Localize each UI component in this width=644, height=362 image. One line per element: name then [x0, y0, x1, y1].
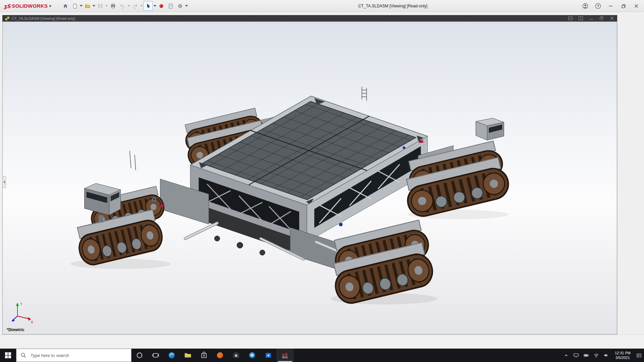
minimize-window-button[interactable] — [604, 0, 617, 12]
document-titlebar[interactable]: CT_TA.SLDASM [Viewing] [Read-only] — [2, 15, 617, 21]
task-pane-strip — [617, 12, 644, 335]
model-scene[interactable] — [3, 22, 617, 334]
save-button[interactable] — [96, 1, 105, 10]
account-button[interactable] — [579, 0, 592, 12]
blue-globe-app-icon — [248, 351, 256, 359]
battery-tray-button[interactable] — [581, 349, 591, 362]
taskbar-app-solidworks-active[interactable]: ʒS 2021 — [276, 349, 294, 362]
solidworks-brand: ʒS SOLIDWORKS — [0, 3, 52, 9]
taskbar-clock[interactable]: 12:31 PM 3/5/2021 — [611, 349, 634, 362]
save-dropdown[interactable] — [105, 1, 108, 10]
select-cursor-icon — [146, 3, 151, 9]
restore-window-button[interactable] — [617, 0, 630, 12]
restore-icon — [621, 4, 626, 8]
brand-expand-arrow-icon[interactable] — [49, 4, 52, 8]
taskbar-app-store[interactable] — [196, 349, 212, 362]
new-document-icon — [72, 3, 77, 9]
volume-tray-button[interactable] — [601, 349, 611, 362]
file-properties-button[interactable] — [166, 1, 175, 10]
account-icon — [582, 3, 588, 9]
taskbar-app-blue-globe[interactable] — [244, 349, 260, 362]
select-tool-dropdown[interactable] — [153, 1, 156, 10]
app-titlebar[interactable]: ʒS SOLIDWORKS — [0, 0, 644, 12]
options-dropdown[interactable] — [185, 1, 188, 10]
assembly-document-icon — [5, 16, 10, 21]
action-center-icon — [636, 353, 642, 358]
help-icon: ? — [595, 3, 601, 9]
taskbar-app-camera[interactable] — [228, 349, 244, 362]
triad-y-label: Y — [20, 302, 22, 306]
hidden-icons-button[interactable] — [561, 349, 571, 362]
cortana-button[interactable] — [131, 349, 148, 362]
display-tray-button[interactable] — [571, 349, 581, 362]
media-app-icon — [264, 351, 272, 359]
speaker-icon — [604, 353, 609, 358]
print-icon — [110, 3, 116, 9]
graphics-area[interactable]: Y X *Dimetric — [2, 21, 617, 335]
open-dropdown[interactable] — [92, 1, 95, 10]
close-window-button[interactable] — [630, 0, 643, 12]
redo-dropdown[interactable] — [140, 1, 143, 10]
taskbar-app-media[interactable] — [260, 349, 276, 362]
options-button[interactable] — [175, 1, 184, 10]
solidworks-logo-icon: ʒS — [3, 3, 11, 9]
feature-manager-collapsed-tab[interactable] — [3, 176, 6, 188]
redo-icon — [132, 3, 138, 9]
print-button[interactable] — [108, 1, 117, 10]
tile-vertical-button[interactable] — [578, 16, 583, 20]
system-tray: 12:31 PM 3/5/2021 — [561, 349, 644, 362]
rebuild-button[interactable] — [157, 1, 166, 10]
view-orientation-label: *Dimetric — [7, 327, 24, 332]
battery-icon — [584, 353, 589, 358]
taskbar-search[interactable] — [16, 349, 131, 362]
titlebar-right-controls: ? — [579, 0, 644, 12]
start-button[interactable] — [0, 349, 16, 362]
chevron-left-icon — [3, 181, 5, 183]
display-icon — [574, 353, 579, 358]
undo-dropdown[interactable] — [127, 1, 130, 10]
app-window-title: CT_TA.SLDASM [Viewing] [Read-only] — [358, 0, 427, 12]
search-input[interactable] — [30, 353, 122, 358]
clock-time: 12:31 PM — [615, 351, 631, 355]
document-window-buttons — [568, 16, 614, 20]
minimize-icon — [589, 16, 593, 20]
close-icon — [634, 4, 639, 8]
microsoft-edge-icon — [168, 351, 176, 359]
doc-restore-button[interactable] — [599, 16, 604, 20]
operator-cab-right — [476, 118, 504, 140]
redo-button[interactable] — [130, 1, 140, 10]
home-button[interactable] — [61, 1, 70, 10]
new-document-dropdown[interactable] — [79, 1, 83, 10]
taskbar-app-firefox[interactable] — [212, 349, 228, 362]
gear-icon — [177, 3, 183, 9]
open-button[interactable] — [83, 1, 92, 10]
file-properties-icon — [168, 3, 173, 9]
doc-minimize-button[interactable] — [589, 16, 594, 20]
svg-text:ʒS: ʒS — [3, 3, 11, 9]
undo-button[interactable] — [118, 1, 127, 10]
microsoft-store-icon — [200, 351, 208, 359]
chevron-down-icon — [93, 5, 95, 7]
help-button[interactable]: ? — [592, 0, 604, 12]
tile-horizontal-icon — [568, 16, 573, 20]
taskbar-app-edge[interactable] — [164, 349, 180, 362]
tile-horizontal-button[interactable] — [568, 16, 573, 20]
network-tray-button[interactable] — [591, 349, 601, 362]
cortana-icon — [136, 352, 143, 359]
select-tool-button[interactable] — [143, 1, 153, 11]
close-icon — [610, 16, 614, 20]
minimize-icon — [608, 4, 613, 8]
search-icon — [20, 352, 26, 358]
taskbar-app-file-explorer[interactable] — [180, 349, 196, 362]
new-document-button[interactable] — [70, 1, 79, 10]
orientation-triad: Y X — [10, 301, 34, 325]
clock-date: 3/5/2021 — [615, 355, 630, 360]
brand-text: SOLIDWORKS — [12, 3, 48, 9]
action-center-button[interactable] — [634, 349, 644, 362]
home-icon — [63, 3, 68, 9]
firefox-icon — [216, 351, 224, 359]
chevron-down-icon — [140, 5, 143, 7]
task-view-button[interactable] — [148, 349, 164, 362]
doc-close-button[interactable] — [609, 16, 614, 20]
triad-x-label: X — [31, 320, 33, 324]
